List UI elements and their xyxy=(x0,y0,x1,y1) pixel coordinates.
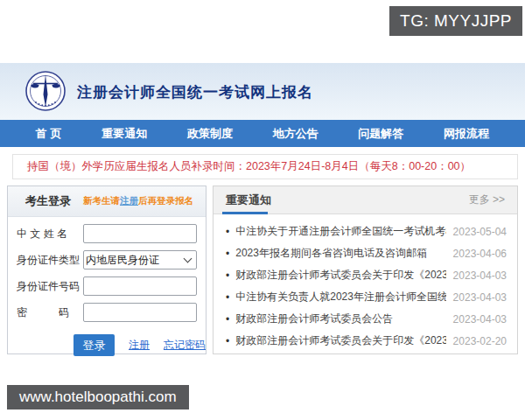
candidate-login-panel: 考生登录 新考生请注册后再登录报名 中 文 姓 名 身份证件类型 内地居民身份证… xyxy=(7,186,206,354)
bullet-icon: • xyxy=(226,335,229,347)
id-type-label: 身份证件类型 xyxy=(17,253,83,268)
notice-date: 2023-02-20 xyxy=(453,335,507,347)
notices-header: 重要通知 更多 >> xyxy=(214,186,517,214)
list-item: • 财政部注册会计师考试委员会关于印发《2023年注册会计师... 2023-0… xyxy=(214,264,517,286)
notice-link[interactable]: 财政部注册会计师考试委员会公告 xyxy=(235,312,445,326)
list-item: • 财政部注册会计师考试委员会关于印发《2023年注册会计师... 2023-0… xyxy=(214,330,517,352)
notice-date: 2023-04-03 xyxy=(453,291,507,304)
notice-date: 2023-04-03 xyxy=(453,313,507,326)
bullet-icon: • xyxy=(226,291,229,304)
nav-item-policies[interactable]: 政策制度 xyxy=(187,126,233,142)
password-input[interactable] xyxy=(83,303,197,322)
nav-item-faq[interactable]: 问题解答 xyxy=(358,126,403,142)
id-type-row: 身份证件类型 内地居民身份证 xyxy=(17,250,197,270)
bullet-icon: • xyxy=(226,313,229,326)
tg-badge: TG: MYYJJPP xyxy=(389,6,522,36)
main-nav: 首 页 重要通知 政策制度 地方公告 问题解答 网报流程 xyxy=(0,120,525,147)
notice-date: 2023-05-04 xyxy=(453,226,507,238)
login-button[interactable]: 登录 xyxy=(74,334,115,356)
id-number-row: 身份证件号码 xyxy=(17,276,197,296)
notice-date: 2023-04-03 xyxy=(453,270,507,282)
notices-tab-important[interactable]: 重要通知 xyxy=(226,192,271,208)
bullet-icon: • xyxy=(226,248,229,260)
name-row: 中 文 姓 名 xyxy=(17,224,197,243)
password-row: 密 码 xyxy=(17,303,197,322)
notice-link[interactable]: 财政部注册会计师考试委员会关于印发《2023年注册会计师... xyxy=(235,268,445,283)
bullet-icon: • xyxy=(226,270,229,282)
watermark: www.hotelboopathi.com xyxy=(7,385,189,410)
chinese-name-input[interactable] xyxy=(83,224,197,243)
page: TG: MYYJJPP 注册会计师全国统一考试网上报名 首 页 重要通知 政策制… xyxy=(0,0,525,420)
list-item: • 财政部注册会计师考试委员会公告 2023-04-03 xyxy=(214,308,517,330)
hint-suffix: 后再登录报名 xyxy=(138,195,193,206)
notices-list: • 中注协关于开通注册会计师全国统一考试机考模拟练习网站的公... 2023-0… xyxy=(214,214,517,352)
important-notices-panel: 重要通知 更多 >> • 中注协关于开通注册会计师全国统一考试机考模拟练习网站的… xyxy=(213,186,518,354)
register-hint-link[interactable]: 注册 xyxy=(120,195,138,206)
announcement-marquee: 持国（境）外学历应届生报名人员补录时间：2023年7月24日-8月4日（每天8：… xyxy=(12,154,518,179)
more-link[interactable]: 更多 >> xyxy=(469,192,505,207)
nav-item-local-announcements[interactable]: 地方公告 xyxy=(273,126,318,142)
hint-prefix: 新考生请 xyxy=(83,195,120,206)
notice-date: 2023-04-06 xyxy=(453,248,507,260)
id-number-label: 身份证件号码 xyxy=(17,279,83,294)
register-link[interactable]: 注册 xyxy=(129,338,150,353)
list-item: • 中注协有关负责人就2023年注册会计师全国统一考试报名相... 2023-0… xyxy=(214,286,517,308)
id-number-input[interactable] xyxy=(83,276,197,296)
name-label: 中 文 姓 名 xyxy=(17,227,83,242)
notice-link[interactable]: 中注协关于开通注册会计师全国统一考试机考模拟练习网站的公... xyxy=(235,224,445,239)
login-title: 考生登录 xyxy=(25,193,71,209)
id-type-select[interactable]: 内地居民身份证 xyxy=(83,250,197,270)
login-actions-row: 登录 注册 忘记密码 xyxy=(74,334,206,356)
site-header: 注册会计师全国统一考试网上报名 xyxy=(0,63,525,120)
bullet-icon: • xyxy=(226,226,229,238)
nav-item-registration-process[interactable]: 网报流程 xyxy=(444,126,489,142)
nav-item-home[interactable]: 首 页 xyxy=(36,126,62,142)
nav-item-important-notices[interactable]: 重要通知 xyxy=(102,126,147,142)
forgot-password-link[interactable]: 忘记密码 xyxy=(164,338,206,353)
notice-link[interactable]: 2023年报名期间各省咨询电话及咨询邮箱 xyxy=(235,246,445,261)
page-title: 注册会计师全国统一考试网上报名 xyxy=(77,82,313,102)
notice-link[interactable]: 财政部注册会计师考试委员会关于印发《2023年注册会计师... xyxy=(235,333,445,348)
notice-link[interactable]: 中注协有关负责人就2023年注册会计师全国统一考试报名相... xyxy=(235,290,445,304)
cicpa-logo-icon xyxy=(24,70,66,112)
list-item: • 2023年报名期间各省咨询电话及咨询邮箱 2023-04-06 xyxy=(214,242,517,264)
new-candidate-hint: 新考生请注册后再登录报名 xyxy=(83,195,193,207)
active-tab-underline xyxy=(222,212,268,214)
id-type-select-wrap: 内地居民身份证 xyxy=(83,250,197,270)
list-item: • 中注协关于开通注册会计师全国统一考试机考模拟练习网站的公... 2023-0… xyxy=(214,220,517,242)
password-label: 密 码 xyxy=(17,305,83,320)
login-panel-header: 考生登录 新考生请注册后再登录报名 xyxy=(8,186,206,217)
